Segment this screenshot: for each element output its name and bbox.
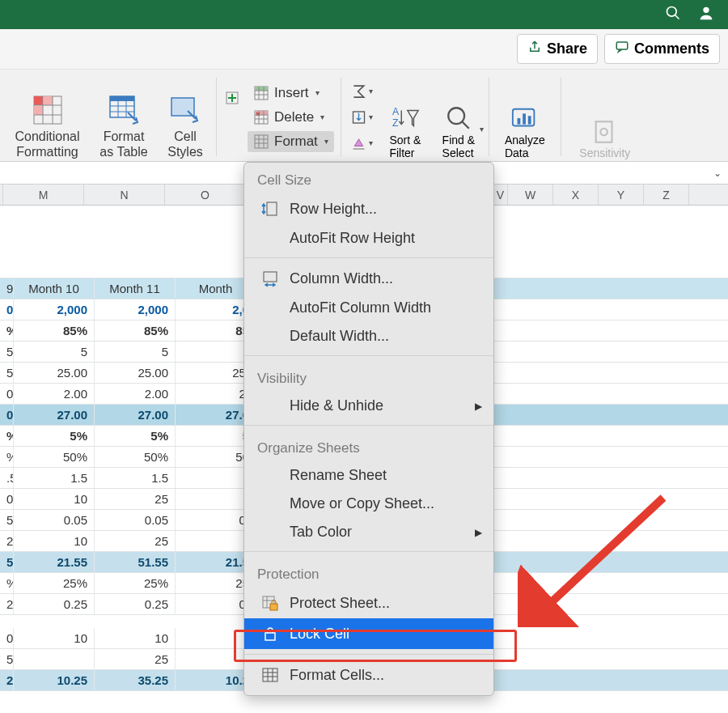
menu-move-copy[interactable]: Move or Copy Sheet... [244, 490, 493, 518]
cell[interactable]: % [0, 573, 14, 593]
autosum-icon[interactable]: ▾ [350, 80, 373, 103]
menu-tab-color[interactable]: Tab Color ▶ [244, 518, 493, 546]
menu-rename-sheet[interactable]: Rename Sheet [244, 461, 493, 490]
cell[interactable]: 25.00 [95, 363, 176, 383]
col-W[interactable]: W [508, 185, 553, 205]
search-icon[interactable] [665, 5, 681, 25]
cell[interactable]: 1.5 [95, 468, 176, 488]
cell[interactable]: 25.00 [14, 363, 95, 383]
cell[interactable]: 10 [14, 628, 95, 648]
cell[interactable]: 25 [95, 489, 176, 509]
account-icon[interactable] [697, 4, 715, 26]
svg-point-0 [667, 6, 677, 16]
cell-styles-button[interactable]: Cell Styles [158, 73, 213, 161]
cell[interactable]: 25 [0, 531, 14, 551]
svg-rect-60 [265, 633, 275, 640]
col-V[interactable]: V [493, 185, 508, 205]
cell[interactable]: 55 [0, 552, 14, 572]
cell[interactable]: 5 [14, 342, 95, 362]
cell[interactable]: 85% [14, 320, 95, 341]
cell[interactable]: 0 [0, 489, 14, 509]
submenu-arrow-icon: ▶ [475, 401, 482, 412]
cell[interactable]: 2.00 [14, 384, 95, 404]
cell[interactable]: % [0, 320, 14, 341]
cell[interactable]: 35.25 [95, 670, 176, 690]
cell[interactable]: 0.25 [14, 594, 95, 614]
menu-autofit-row[interactable]: AutoFit Row Height [244, 224, 493, 253]
insert-button[interactable]: Insert ▾ [248, 83, 334, 104]
cell[interactable] [14, 649, 95, 669]
col-Z[interactable]: Z [644, 185, 689, 205]
cell[interactable]: 10 [14, 531, 95, 551]
cell[interactable]: 25 [95, 531, 176, 551]
menu-hide-unhide[interactable]: Hide & Unhide ▶ [244, 392, 493, 420]
cell[interactable]: 25 [95, 649, 176, 669]
menu-row-height[interactable]: Row Height... [244, 193, 493, 224]
cell[interactable]: 00 [0, 405, 14, 425]
cell[interactable]: 0.05 [14, 510, 95, 530]
cell[interactable]: 2,000 [95, 299, 176, 320]
conditional-formatting-button[interactable]: Conditional Formatting [5, 73, 90, 161]
cell[interactable]: 5 [0, 510, 14, 530]
cell[interactable]: 5 [0, 363, 14, 383]
cell[interactable]: 25% [95, 573, 176, 593]
chevron-down-icon: ▾ [324, 137, 328, 146]
cell[interactable]: % [0, 426, 14, 446]
cell[interactable]: 0.25 [95, 594, 176, 614]
cell[interactable]: 5 [0, 342, 14, 362]
cell[interactable]: 51.55 [95, 552, 176, 572]
col-X[interactable]: X [553, 185, 599, 205]
cell[interactable]: 2,000 [14, 299, 95, 320]
menu-default-width[interactable]: Default Width... [244, 322, 493, 350]
cell[interactable]: 50% [14, 447, 95, 467]
cell[interactable]: 5 [0, 649, 14, 669]
fill-icon[interactable]: ▾ [350, 106, 373, 129]
cell[interactable]: 10 [14, 489, 95, 509]
cell[interactable]: 00 [0, 299, 14, 320]
comments-button[interactable]: Comments [604, 34, 720, 64]
cell[interactable]: 85% [95, 320, 176, 341]
delete-button[interactable]: Delete ▾ [248, 107, 334, 128]
format-as-table-button[interactable]: Format as Table [90, 73, 158, 161]
menu-column-width[interactable]: Column Width... [244, 263, 493, 294]
cell[interactable]: .5 [0, 468, 14, 488]
cell[interactable]: 5% [14, 426, 95, 446]
cell[interactable]: 10.25 [14, 670, 95, 690]
cell[interactable]: 25 [0, 670, 14, 690]
format-button[interactable]: Format ▾ [248, 131, 334, 152]
analyze-data-button[interactable]: Analyze Data [493, 73, 557, 161]
menu-lock-cell[interactable]: Lock Cell [244, 618, 493, 649]
cell[interactable]: 21.55 [14, 552, 95, 572]
menu-protect-sheet[interactable]: Protect Sheet... [244, 588, 493, 618]
cell[interactable]: 0 [0, 384, 14, 404]
find-select-button[interactable]: ▾ Find & Select [432, 73, 485, 161]
cell[interactable]: 27.00 [14, 405, 95, 425]
cell[interactable]: 2.00 [95, 384, 176, 404]
col-N[interactable]: N [84, 185, 165, 205]
cell[interactable]: 0 [0, 628, 14, 648]
col-Y[interactable]: Y [599, 185, 644, 205]
svg-rect-23 [255, 87, 268, 91]
format-as-table-label: Format as Table [99, 129, 147, 159]
share-button[interactable]: Share [517, 34, 598, 64]
sort-filter-button[interactable]: AZ Sort & Filter [379, 73, 432, 161]
cell[interactable]: 1.5 [14, 468, 95, 488]
cell[interactable]: 0.05 [95, 510, 176, 530]
cell[interactable]: 25% [14, 573, 95, 593]
menu-label: Tab Color [290, 524, 352, 541]
cell[interactable]: 50% [95, 447, 176, 467]
clear-icon[interactable]: ▾ [350, 132, 373, 155]
col-O[interactable]: O [165, 185, 246, 205]
cell[interactable]: 27.00 [95, 405, 176, 425]
menu-format-cells[interactable]: Format Cells... [244, 660, 493, 690]
cell[interactable]: 10 [95, 628, 176, 648]
cell[interactable]: % [0, 447, 14, 467]
cell[interactable]: 5% [95, 426, 176, 446]
menu-label: AutoFit Column Width [290, 299, 431, 316]
cell[interactable]: 5 [95, 342, 176, 362]
row-height-icon [260, 199, 280, 219]
cell[interactable]: 25 [0, 594, 14, 614]
menu-autofit-col[interactable]: AutoFit Column Width [244, 294, 493, 322]
expand-formula-icon[interactable]: ⌄ [710, 166, 725, 180]
col-M[interactable]: M [3, 185, 84, 205]
